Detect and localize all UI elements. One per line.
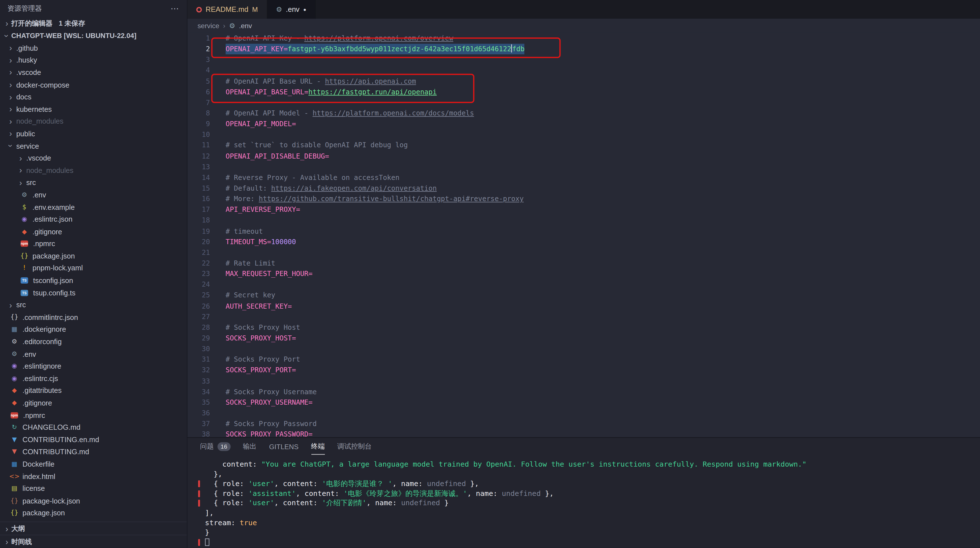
tree-folder-service[interactable]: ›service <box>0 140 187 152</box>
editor-line[interactable]: 14# Reverse Proxy - Available on accessT… <box>188 172 980 183</box>
breadcrumb[interactable]: service › ⚙ .env <box>188 19 980 33</box>
editor-line[interactable]: 22# Rate Limit <box>188 258 980 268</box>
panel-tab-problems[interactable]: 问题16 <box>200 438 231 455</box>
tree-file-.gitignore[interactable]: ◆.gitignore <box>0 226 187 238</box>
editor-line[interactable]: 37# Socks Proxy Password <box>188 418 980 429</box>
editor-line[interactable]: 7 <box>188 97 980 108</box>
editor-line[interactable]: 17API_REVERSE_PROXY= <box>188 205 980 215</box>
editor-line[interactable]: 23MAX_REQUEST_PER_HOUR= <box>188 268 980 280</box>
tree-file-.gitignore[interactable]: ◆.gitignore <box>0 397 187 409</box>
tree-file-.gitattributes[interactable]: ◆.gitattributes <box>0 385 187 397</box>
tree-folder-docker-compose[interactable]: ›docker-compose <box>0 79 187 91</box>
tree-file-package.json[interactable]: {}package.json <box>0 507 187 519</box>
tree-folder-.vscode[interactable]: ›.vscode <box>0 67 187 79</box>
editor-line[interactable]: 34# Socks Proxy Username <box>188 386 980 397</box>
editor-line[interactable]: 1# OpenAI API Key - https://platform.ope… <box>188 33 980 44</box>
tree-file-index.html[interactable]: <>index.html <box>0 470 187 482</box>
tree-folder-.github[interactable]: ›.github <box>0 42 187 54</box>
panel-tab-terminal[interactable]: 终端 <box>311 438 325 455</box>
editor-line[interactable]: 25# Secret key <box>188 290 980 301</box>
line-number: 17 <box>188 205 210 215</box>
code-editor[interactable]: 1# OpenAI API Key - https://platform.ope… <box>188 32 980 437</box>
editor-line[interactable]: 13 <box>188 162 980 172</box>
editor-line[interactable]: 35SOCKS_PROXY_USERNAME= <box>188 397 980 408</box>
tree-file-license[interactable]: ▤license <box>0 482 187 494</box>
project-root-section[interactable]: › CHATGPT-WEB [WSL: UBUNTU-22.04] <box>0 29 187 42</box>
tree-file-pnpm-lock.yaml[interactable]: !pnpm-lock.yaml <box>0 262 187 274</box>
tab-env[interactable]: ⚙.env● <box>267 0 316 19</box>
editor-line[interactable]: 18 <box>188 215 980 226</box>
panel-tab-debug-console[interactable]: 调试控制台 <box>337 438 372 455</box>
terminal-output[interactable]: content: "You are ChatGPT, a large langu… <box>188 455 980 548</box>
editor-line[interactable]: 20TIMEOUT_MS=100000 <box>188 237 980 247</box>
editor-line[interactable]: 31# Socks Proxy Port <box>188 354 980 365</box>
line-number: 18 <box>188 215 210 226</box>
tree-file-package-lock.json[interactable]: {}package-lock.json <box>0 495 187 507</box>
tree-file-tsconfig.json[interactable]: TStsconfig.json <box>0 274 187 286</box>
tree-folder-.husky[interactable]: ›.husky <box>0 54 187 66</box>
tree-file-.dockerignore[interactable]: ▦.dockerignore <box>0 323 187 335</box>
tree-file-.npmrc[interactable]: npm.npmrc <box>0 409 187 421</box>
editor-line[interactable]: 8# OpenAI API Model - https://platform.o… <box>188 108 980 119</box>
tree-folder-node_modules[interactable]: ›node_modules <box>0 164 187 176</box>
tree-file-.env.example[interactable]: $.env.example <box>0 201 187 213</box>
tree-file-.env[interactable]: ⚙.env <box>0 189 187 201</box>
tree-folder-src[interactable]: ›src <box>0 176 187 189</box>
editor-line[interactable]: 10 <box>188 130 980 140</box>
tree-folder-.vscode[interactable]: ›.vscode <box>0 152 187 164</box>
tree-file-tsup.config.ts[interactable]: TStsup.config.ts <box>0 287 187 299</box>
editor-line[interactable]: 11# set `true` to disable OpenAI API deb… <box>188 140 980 151</box>
tree-folder-kubernetes[interactable]: ›kubernetes <box>0 103 187 115</box>
tree-folder-docs[interactable]: ›docs <box>0 91 187 103</box>
editor-line[interactable]: 16# More: https://github.com/transitive-… <box>188 194 980 205</box>
editor-line[interactable]: 6OPENAI_API_BASE_URL=https://fastgpt.run… <box>188 87 980 97</box>
editor-line[interactable]: 28# Socks Proxy Host <box>188 322 980 333</box>
editor-line[interactable]: 30 <box>188 343 980 354</box>
panel-tab-label: 终端 <box>311 442 325 451</box>
tree-file-.eslintrc.json[interactable]: ◉.eslintrc.json <box>0 213 187 225</box>
editor-line[interactable]: 38SOCKS_PROXY_PASSWORD= <box>188 429 980 437</box>
timeline-section[interactable]: › 时间线 <box>0 535 187 548</box>
tab-readme-md[interactable]: README.mdM <box>188 0 267 19</box>
editor-line[interactable]: 2OPENAI_API_KEY=fastgpt-y6b3axfbdd5wyp01… <box>188 44 980 55</box>
tree-folder-public[interactable]: ›public <box>0 127 187 140</box>
tree-file-CONTRIBUTING.md[interactable]: ▼CONTRIBUTING.md <box>0 446 187 458</box>
git-icon: ◆ <box>10 400 19 406</box>
editor-line[interactable]: 9OPENAI_API_MODEL= <box>188 119 980 130</box>
tree-file-.commitlintrc.json[interactable]: {}.commitlintrc.json <box>0 311 187 323</box>
editor-line[interactable]: 15# Default: https://ai.fakeopen.com/api… <box>188 183 980 194</box>
line-number: 10 <box>188 130 210 140</box>
open-editors-section[interactable]: › 打开的编辑器 1 未保存 <box>0 17 187 29</box>
editor-line[interactable]: 29SOCKS_PROXY_HOST= <box>188 333 980 343</box>
tree-folder-node_modules[interactable]: ›node_modules <box>0 115 187 127</box>
panel-tab-output[interactable]: 输出 <box>243 438 257 455</box>
more-actions-icon[interactable]: ⋯ <box>171 4 180 13</box>
tree-file-package.json[interactable]: {}package.json <box>0 250 187 262</box>
tree-file-.eslintignore[interactable]: ◉.eslintignore <box>0 360 187 372</box>
tree-file-Dockerfile[interactable]: ▦Dockerfile <box>0 458 187 470</box>
editor-line[interactable]: 21 <box>188 247 980 258</box>
editor-line[interactable]: 5# OpenAI API Base URL - https://api.ope… <box>188 76 980 87</box>
tree-file-.env[interactable]: ⚙.env <box>0 348 187 360</box>
tree-folder-src[interactable]: ›src <box>0 299 187 311</box>
tree-file-CHANGELOG.md[interactable]: ↻CHANGELOG.md <box>0 421 187 434</box>
editor-line[interactable]: 19# timeout <box>188 226 980 237</box>
tree-file-.editorconfig[interactable]: ⚙.editorconfig <box>0 336 187 348</box>
editor-line[interactable]: 36 <box>188 408 980 418</box>
editor-line[interactable]: 32SOCKS_PROXY_PORT= <box>188 365 980 376</box>
breadcrumb-file[interactable]: .env <box>239 22 252 30</box>
readme-file-icon <box>196 6 202 12</box>
editor-line[interactable]: 12OPENAI_API_DISABLE_DEBUG= <box>188 151 980 162</box>
breadcrumb-folder[interactable]: service <box>197 22 219 30</box>
tree-file-.npmrc[interactable]: npm.npmrc <box>0 238 187 250</box>
tree-file-CONTRIBUTING.en.md[interactable]: ▼CONTRIBUTING.en.md <box>0 434 187 445</box>
editor-line[interactable]: 3 <box>188 55 980 65</box>
panel-tab-gitlens[interactable]: GITLENS <box>269 438 298 455</box>
editor-line[interactable]: 27 <box>188 311 980 322</box>
editor-line[interactable]: 26AUTH_SECRET_KEY= <box>188 301 980 311</box>
editor-line[interactable]: 24 <box>188 280 980 290</box>
editor-line[interactable]: 4 <box>188 65 980 76</box>
editor-line[interactable]: 33 <box>188 376 980 386</box>
tree-file-.eslintrc.cjs[interactable]: ◉.eslintrc.cjs <box>0 372 187 384</box>
outline-section[interactable]: › 大纲 <box>0 521 187 535</box>
